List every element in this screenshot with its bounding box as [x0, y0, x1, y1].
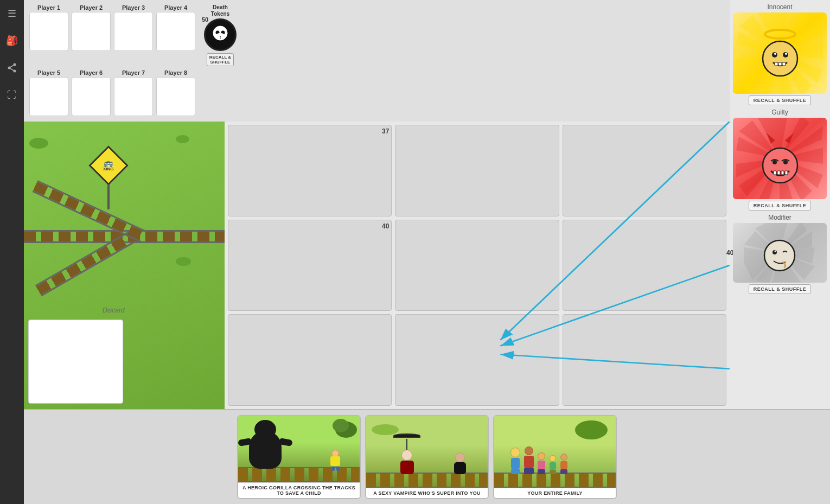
- svg-point-53: [763, 148, 797, 183]
- player-7-group: Player 7: [114, 69, 153, 116]
- grid-cell-3[interactable]: [563, 125, 726, 216]
- svg-rect-56: [774, 171, 776, 175]
- grid-number-1: 37: [382, 127, 389, 135]
- death-tokens-label: DeathTokens: [211, 4, 229, 17]
- svg-point-55: [783, 160, 788, 164]
- player-2-label: Player 2: [80, 4, 103, 11]
- modifier-deck-wrapper: 40 .mray{fill:rgba(150,150,150,0.25);}: [733, 223, 827, 283]
- grid-cell-9[interactable]: [563, 314, 726, 406]
- modifier-deck-title: Modifier: [768, 214, 791, 221]
- player-7-label: Player 7: [122, 69, 145, 76]
- svg-point-29: [765, 30, 795, 39]
- svg-rect-58: [781, 171, 784, 175]
- player-4-group: Player 4: [156, 4, 195, 51]
- death-token-container: 50: [201, 18, 240, 51]
- player-5-group: Player 5: [29, 69, 68, 116]
- svg-line-4: [9, 68, 15, 71]
- tray-card-vampire[interactable]: A SEXY VAMPIRE WHO'S SUPER INTO YOU: [365, 415, 489, 499]
- modifier-deck-image[interactable]: .mray{fill:rgba(150,150,150,0.25);}: [733, 223, 827, 283]
- tray-card-gorilla-label: A HEROIC GORILLA CROSSING THE TRACKS TO …: [238, 482, 360, 498]
- tray-card-gorilla-image: [238, 416, 360, 482]
- svg-point-33: [774, 53, 776, 55]
- grid-cell-7[interactable]: [228, 314, 392, 406]
- grid-cell-5[interactable]: [395, 220, 559, 311]
- guilty-deck-title: Guilty: [771, 109, 788, 116]
- svg-rect-37: [782, 62, 786, 66]
- track-scene: 🚌 XING Discard: [24, 122, 225, 409]
- player-3-group: Player 3: [114, 4, 153, 51]
- innocent-deck-wrapper: .ray{fill:rgba(255,220,0,0.35);}: [733, 12, 827, 94]
- guilty-recall-button[interactable]: RECALL & SHUFFLE: [749, 201, 811, 210]
- grid-number-2: 40: [382, 222, 389, 230]
- guilty-deck-image[interactable]: .gray{fill:rgba(200,0,0,0.2);}: [733, 118, 827, 199]
- player-1-label: Player 1: [37, 4, 60, 11]
- player-1-group: Player 1: [29, 4, 68, 51]
- innocent-deck-image[interactable]: .ray{fill:rgba(255,220,0,0.35);}: [733, 12, 827, 94]
- death-token-icon[interactable]: [204, 18, 237, 51]
- player-5-label: Player 5: [37, 69, 60, 76]
- player-5-slot[interactable]: [29, 77, 68, 116]
- player-3-slot[interactable]: [114, 12, 153, 51]
- player-4-label: Player 4: [164, 4, 187, 11]
- grid-cell-6[interactable]: [563, 220, 726, 311]
- grid-cell-8[interactable]: [395, 314, 559, 406]
- player-8-label: Player 8: [164, 69, 187, 76]
- player-8-slot[interactable]: [156, 77, 195, 116]
- player-2-slot[interactable]: [72, 12, 111, 51]
- left-panel: Player 1 Player 2 Player 3 Player 4: [24, 0, 730, 409]
- tray-card-family-image: [494, 416, 616, 488]
- card-grid: 37 40: [225, 122, 730, 409]
- svg-rect-59: [785, 171, 788, 175]
- modifier-deck-section: Modifier 40 .mray{fill:rgba(150,150,150,…: [733, 214, 827, 294]
- player-1-slot[interactable]: [29, 12, 68, 51]
- tray-card-vampire-image: [366, 416, 488, 488]
- sidebar-expand-icon[interactable]: ⛶: [4, 87, 20, 103]
- board-card-slot[interactable]: [28, 320, 123, 404]
- death-tokens-group: DeathTokens 50: [201, 4, 240, 66]
- tray-card-vampire-label: A SEXY VAMPIRE WHO'S SUPER INTO YOU: [366, 488, 488, 498]
- tray-card-gorilla[interactable]: A HEROIC GORILLA CROSSING THE TRACKS TO …: [237, 415, 361, 499]
- discard-label: Discard: [103, 307, 125, 314]
- svg-rect-57: [777, 171, 780, 175]
- grid-cell-1[interactable]: 37: [228, 125, 392, 216]
- players-section: Player 1 Player 2 Player 3 Player 4: [24, 0, 730, 122]
- modifier-recall-button[interactable]: RECALL & SHUFFLE: [749, 284, 811, 294]
- sidebar-bag-icon[interactable]: 🎒: [4, 33, 20, 49]
- sidebar-menu-icon[interactable]: ☰: [4, 5, 20, 22]
- innocent-recall-button[interactable]: RECALL & SHUFFLE: [749, 95, 811, 105]
- svg-point-74: [775, 251, 776, 252]
- svg-line-3: [9, 65, 15, 68]
- svg-marker-51: [767, 133, 775, 144]
- tray-card-family[interactable]: YOUR ENTIRE FAMILY: [493, 415, 617, 499]
- player-6-label: Player 6: [80, 69, 103, 76]
- svg-point-54: [772, 160, 777, 164]
- svg-point-30: [763, 41, 797, 76]
- board-section: 🚌 XING Discard: [24, 122, 730, 409]
- player-2-group: Player 2: [72, 4, 111, 51]
- guilty-deck-section: Guilty .gray{fill:rgba(200,0,0,0.2);}: [733, 109, 827, 210]
- innocent-deck-title: Innocent: [767, 3, 792, 11]
- svg-rect-35: [775, 62, 778, 66]
- game-board: 🚌 XING Discard: [24, 122, 225, 409]
- innocent-deck-section: Innocent .ray{fill:rgba(255,220,0,0.35);…: [733, 3, 827, 105]
- svg-point-34: [785, 53, 787, 55]
- top-area: Player 1 Player 2 Player 3 Player 4: [24, 0, 830, 409]
- player-8-group: Player 8: [156, 69, 195, 116]
- player-row-1: Player 1 Player 2 Player 3 Player 4: [29, 4, 724, 66]
- death-token-count: 50: [202, 16, 208, 23]
- svg-marker-52: [785, 133, 794, 144]
- svg-point-72: [764, 240, 795, 271]
- death-token-recall-button[interactable]: RECALL &SHUFFLE: [207, 53, 234, 66]
- crossing-sign: 🚌 XING: [94, 151, 123, 209]
- sidebar: ☰ 🎒 ⛶: [0, 0, 24, 504]
- grid-cell-4[interactable]: 40: [228, 220, 392, 311]
- svg-point-11: [216, 33, 225, 36]
- grid-cell-2[interactable]: [395, 125, 559, 216]
- right-sidebar: Innocent .ray{fill:rgba(255,220,0,0.35);…: [730, 0, 830, 409]
- player-4-slot[interactable]: [156, 12, 195, 51]
- player-6-slot[interactable]: [72, 77, 111, 116]
- player-7-slot[interactable]: [114, 77, 153, 116]
- sidebar-share-icon[interactable]: [4, 60, 20, 76]
- guilty-deck-wrapper: .gray{fill:rgba(200,0,0,0.2);}: [733, 118, 827, 199]
- bottom-tray: A HEROIC GORILLA CROSSING THE TRACKS TO …: [24, 409, 830, 504]
